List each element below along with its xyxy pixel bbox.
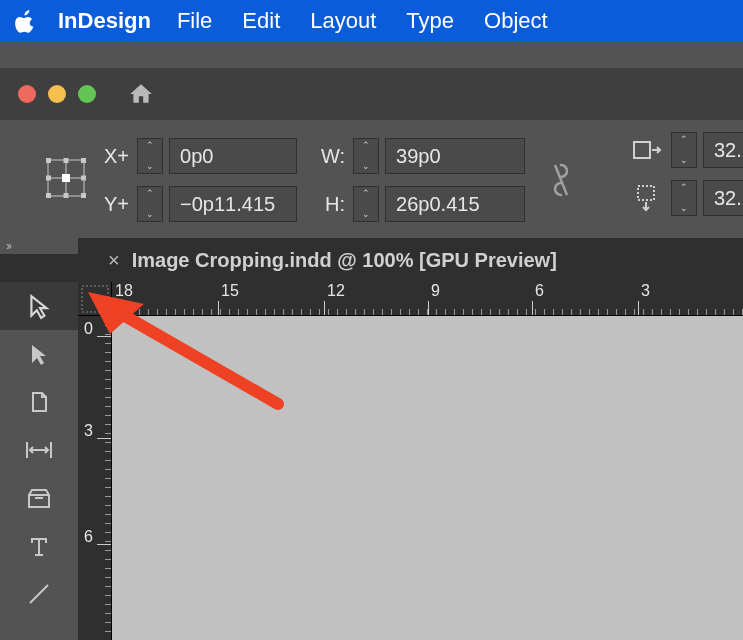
svg-rect-9: [64, 193, 69, 198]
svg-rect-3: [46, 158, 51, 163]
home-icon[interactable]: [126, 81, 156, 107]
window-close-button[interactable]: [18, 85, 36, 103]
h-field[interactable]: 26p0.415: [385, 186, 525, 222]
x-stepper[interactable]: ⌃⌄: [137, 138, 163, 174]
ruler-h-label: 12: [327, 282, 345, 300]
h-label: H:: [321, 193, 347, 216]
svg-rect-18: [82, 286, 108, 312]
canvas[interactable]: [112, 316, 743, 640]
ruler-h-label: 9: [431, 282, 440, 300]
menubar-app-name[interactable]: InDesign: [58, 8, 151, 34]
h-stepper[interactable]: ⌃⌄: [353, 186, 379, 222]
x-field[interactable]: 0p0: [169, 138, 297, 174]
svg-rect-5: [81, 158, 86, 163]
svg-rect-14: [638, 186, 654, 200]
scale-y-icon[interactable]: [629, 180, 665, 216]
direct-selection-tool[interactable]: [0, 330, 78, 378]
scale-y-stepper[interactable]: ⌃⌄: [671, 180, 697, 216]
menubar-item-type[interactable]: Type: [406, 8, 454, 34]
svg-line-20: [118, 312, 278, 404]
w-label: W:: [321, 145, 347, 168]
scale-x-field[interactable]: 32.: [703, 132, 743, 168]
constrain-proportions-icon[interactable]: [551, 161, 571, 199]
type-tool[interactable]: [0, 522, 78, 570]
selection-tool[interactable]: [0, 282, 78, 330]
scale-x-stepper[interactable]: ⌃⌄: [671, 132, 697, 168]
y-stepper[interactable]: ⌃⌄: [137, 186, 163, 222]
page-tool[interactable]: [0, 378, 78, 426]
y-field[interactable]: −0p11.415: [169, 186, 297, 222]
menubar-item-file[interactable]: File: [177, 8, 212, 34]
ruler-h-label: 15: [221, 282, 239, 300]
document-tab-bar: × Image Cropping.indd @ 100% [GPU Previe…: [0, 238, 743, 282]
content-collector-tool[interactable]: [0, 474, 78, 522]
ruler-h-label: 3: [641, 282, 650, 300]
w-field[interactable]: 39p0: [385, 138, 525, 174]
mac-menubar: InDesign File Edit Layout Type Object: [0, 0, 743, 42]
ruler-origin[interactable]: [78, 282, 112, 316]
svg-line-12: [555, 165, 567, 195]
vertical-ruler[interactable]: 036: [78, 316, 112, 640]
reference-point-icon[interactable]: [44, 156, 88, 205]
scale-x-icon[interactable]: [629, 132, 665, 168]
window-titlebar: [0, 68, 743, 120]
document-tab-title[interactable]: Image Cropping.indd @ 100% [GPU Preview]: [132, 249, 557, 272]
horizontal-ruler[interactable]: 181512963: [112, 282, 743, 316]
window-minimize-button[interactable]: [48, 85, 66, 103]
svg-rect-4: [64, 158, 69, 163]
ruler-v-label: 0: [84, 320, 93, 338]
ruler-h-label: 18: [115, 282, 133, 300]
svg-rect-8: [46, 193, 51, 198]
line-tool[interactable]: [0, 570, 78, 618]
control-panel: X+ ⌃⌄ 0p0 W: ⌃⌄ 39p0 Y+ ⌃⌄ −0p11.415 H: …: [0, 120, 743, 238]
document-view: 181512963 036: [78, 282, 743, 640]
w-stepper[interactable]: ⌃⌄: [353, 138, 379, 174]
ruler-h-label: 6: [535, 282, 544, 300]
close-tab-icon[interactable]: ×: [108, 249, 120, 272]
svg-rect-7: [81, 175, 86, 180]
window-zoom-button[interactable]: [78, 85, 96, 103]
menubar-item-object[interactable]: Object: [484, 8, 548, 34]
apple-logo-icon[interactable]: [14, 9, 36, 33]
svg-rect-6: [46, 175, 51, 180]
svg-rect-13: [634, 142, 650, 158]
svg-rect-10: [81, 193, 86, 198]
ruler-v-label: 3: [84, 422, 93, 440]
svg-line-17: [30, 585, 48, 603]
scale-y-field[interactable]: 32.: [703, 180, 743, 216]
x-label: X+: [104, 145, 131, 168]
tools-panel: ››: [0, 282, 78, 640]
y-label: Y+: [104, 193, 131, 216]
svg-rect-11: [62, 174, 70, 182]
menubar-item-edit[interactable]: Edit: [242, 8, 280, 34]
tools-panel-collapse[interactable]: ››: [0, 238, 78, 254]
ruler-v-label: 6: [84, 528, 93, 546]
window-traffic-lights: [18, 85, 96, 103]
menubar-item-layout[interactable]: Layout: [310, 8, 376, 34]
gap-tool[interactable]: [0, 426, 78, 474]
